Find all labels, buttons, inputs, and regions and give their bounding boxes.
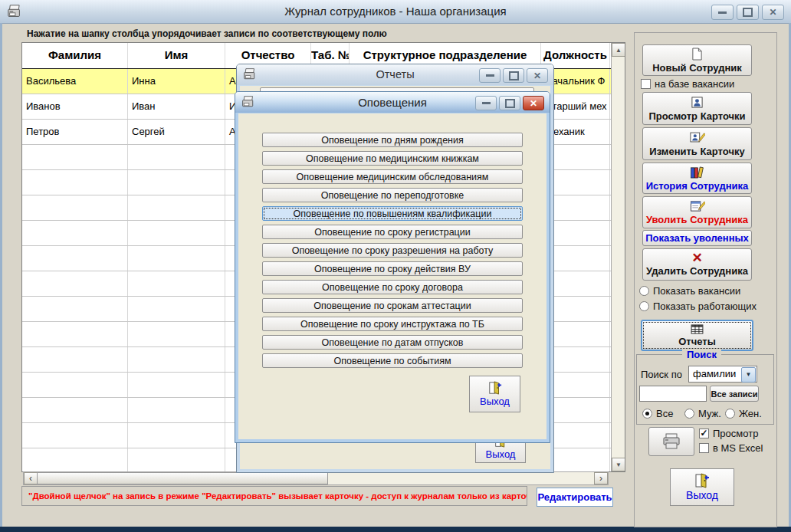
exit-door-icon — [694, 473, 710, 488]
excel-label: в MS Excel — [713, 442, 763, 454]
alert-registration-button[interactable]: Оповещение по сроку регистрации — [262, 225, 523, 239]
reports-minimize-button[interactable] — [479, 68, 501, 83]
alert-medical-books-button[interactable]: Оповещение по медицинским книжкам — [262, 151, 523, 166]
print-button[interactable] — [648, 427, 694, 456]
radio-icon — [725, 409, 735, 419]
main-exit-button[interactable]: Выход — [670, 468, 734, 506]
show-vacancies-radio[interactable]: Показать вакансии — [639, 285, 740, 297]
alert-medical-exams-button[interactable]: Оповещение медицинским обследованиям — [262, 169, 523, 184]
cell-firstname: Иван — [128, 94, 225, 119]
radio-icon — [684, 409, 694, 419]
combo-arrow-glyph: ▼ — [746, 367, 752, 383]
all-records-button[interactable]: Все записи — [710, 386, 759, 402]
delete-employee-button[interactable]: ✕ Удалить Сотрудника — [642, 248, 752, 281]
reports-exit-label: Выход — [486, 448, 516, 460]
preview-checkbox[interactable]: ✓ Просмотр — [699, 428, 758, 439]
minimize-icon — [718, 11, 727, 14]
radio-icon — [639, 301, 649, 311]
history-button[interactable]: История Сотрудника — [642, 163, 752, 194]
search-input[interactable] — [639, 386, 707, 402]
alert-safety-briefing-button[interactable]: Оповещение по сроку инструктажа по ТБ — [262, 317, 523, 331]
cell-firstname: Инна — [128, 69, 225, 94]
scroll-right-button[interactable]: › — [594, 472, 608, 484]
scroll-up-button[interactable]: ▲ — [612, 43, 625, 57]
alert-vacations-button[interactable]: Оповещение по датам отпусков — [262, 335, 523, 350]
reports-close-button[interactable]: ✕ — [527, 68, 548, 83]
edit-card-label: Изменить Карточку — [649, 146, 744, 157]
scroll-left-button[interactable]: ‹ — [24, 472, 38, 484]
exit-door-icon — [488, 381, 502, 395]
close-button[interactable]: ✕ — [762, 5, 784, 20]
alerts-exit-label: Выход — [480, 396, 510, 407]
reports-table-icon — [691, 324, 704, 334]
search-group-label: Поиск — [682, 349, 721, 360]
reports-maximize-button[interactable] — [503, 68, 524, 83]
column-header-firstname[interactable]: Имя — [128, 43, 225, 68]
status-text: "Двойной щелчок" на запись в режиме "Ред… — [21, 486, 527, 506]
filter-all-radio[interactable]: Все — [642, 408, 673, 419]
alert-attestation-button[interactable]: Оповещение по срокам аттестации — [262, 298, 523, 313]
table-vertical-scrollbar[interactable]: ▲ ▼ — [611, 43, 625, 471]
arrow-up-icon: ▲ — [615, 47, 622, 54]
dismiss-employee-button[interactable]: Уволить Сотрудника — [642, 196, 752, 228]
radio-icon — [639, 286, 649, 296]
filter-all-label: Все — [656, 408, 673, 419]
alert-qualification-button[interactable]: Оповещение по повышениям квалификации — [262, 206, 523, 221]
search-by-text: Поиск по — [641, 369, 682, 380]
search-field-select[interactable]: фамилии ▼ — [688, 366, 757, 383]
show-dismissed-label: Показать уволенных — [645, 232, 749, 244]
history-label: История Сотрудника — [646, 180, 749, 192]
alerts-maximize-button[interactable] — [499, 96, 520, 110]
filter-female-radio[interactable]: Жен. — [725, 408, 762, 419]
filter-male-label: Муж. — [698, 408, 721, 419]
table-horizontal-scrollbar[interactable]: ‹ › — [23, 471, 609, 485]
alerts-minimize-button[interactable] — [475, 96, 497, 110]
arrow-left-icon: ‹ — [29, 474, 32, 483]
reports-dialog-titlebar[interactable]: Отчеты ✕ — [237, 64, 553, 85]
window-border-bottom — [0, 527, 791, 532]
dismiss-label: Уволить Сотрудника — [646, 214, 748, 225]
window-border-left — [0, 23, 2, 532]
edit-mode-button[interactable]: Редактировать — [537, 488, 613, 507]
delete-label: Удалить Сотрудника — [646, 265, 748, 277]
maximize-icon — [505, 99, 515, 108]
reports-button[interactable]: Отчеты — [641, 320, 753, 351]
new-employee-label: Новый Сотрудник — [652, 62, 742, 74]
minimize-icon — [482, 102, 491, 104]
excel-checkbox[interactable]: в MS Excel — [699, 442, 763, 454]
alert-contract-button[interactable]: Оповещение по сроку договора — [262, 280, 523, 294]
minimize-icon — [486, 74, 494, 77]
scrollbar-thumb[interactable] — [37, 472, 328, 484]
delete-x-icon: ✕ — [691, 252, 702, 264]
maximize-icon — [743, 8, 753, 17]
cell-lastname: Васильева — [22, 69, 128, 94]
show-dismissed-button[interactable]: Показать уволенных — [642, 230, 752, 246]
printer-icon — [661, 433, 681, 450]
maximize-button[interactable] — [737, 5, 759, 20]
alerts-exit-button[interactable]: Выход — [469, 376, 520, 412]
check-glyph: ✓ — [700, 428, 707, 438]
view-card-button[interactable]: Просмотр Карточки — [642, 92, 752, 125]
radio-selected-icon — [642, 409, 652, 419]
alerts-close-button[interactable]: ✕ — [523, 96, 544, 110]
scroll-down-button[interactable]: ▼ — [612, 458, 625, 471]
show-vacancies-label: Показать вакансии — [653, 285, 740, 297]
alerts-dialog-titlebar[interactable]: Оповещения ✕ — [235, 92, 550, 113]
filter-female-label: Жен. — [739, 408, 762, 419]
vacancy-base-checkbox[interactable]: на базе вакансии — [641, 78, 734, 90]
alert-retraining-button[interactable]: Оповещение по переподготовке — [262, 188, 523, 202]
show-working-radio[interactable]: Показать работающих — [639, 300, 757, 312]
history-books-icon — [690, 166, 705, 179]
new-page-icon — [691, 48, 703, 61]
minimize-button[interactable] — [711, 5, 734, 20]
edit-card-button[interactable]: Изменить Карточку — [642, 127, 752, 160]
filter-male-radio[interactable]: Муж. — [684, 408, 721, 419]
alert-events-button[interactable]: Оповещение по событиям — [262, 353, 523, 368]
alert-birthdays-button[interactable]: Оповещение по дням рождения — [262, 133, 523, 147]
new-employee-button[interactable]: Новый Сотрудник — [642, 44, 752, 76]
alert-driver-license-button[interactable]: Оповещение по сроку действия ВУ — [262, 261, 523, 276]
main-title-bar: Журнал сотрудников - Наша организация ✕ — [0, 0, 791, 24]
alert-work-permit-button[interactable]: Оповещение по сроку разрешения на работу — [262, 243, 523, 258]
chevron-down-icon[interactable]: ▼ — [741, 367, 756, 383]
column-header-lastname[interactable]: Фамилия — [22, 43, 128, 68]
